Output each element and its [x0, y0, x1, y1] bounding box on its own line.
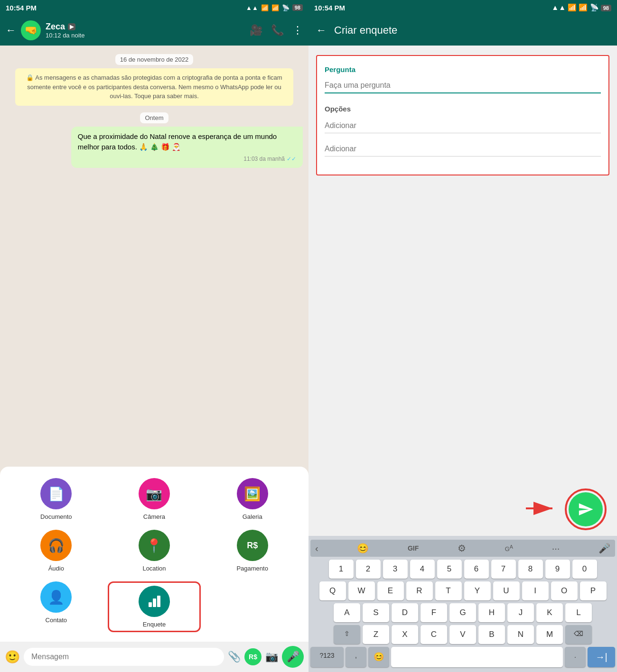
message-input[interactable]: [24, 648, 224, 666]
key-r[interactable]: R: [406, 581, 433, 600]
key-8[interactable]: 8: [518, 560, 543, 579]
key-a[interactable]: A: [334, 603, 360, 622]
key-e[interactable]: E: [377, 581, 404, 600]
key-s[interactable]: S: [363, 603, 389, 622]
key-h[interactable]: H: [478, 603, 505, 622]
documento-label: Documento: [40, 513, 72, 520]
more-options-icon[interactable]: ⋮: [292, 24, 303, 37]
keyboard-number-row: 1 2 3 4 5 6 7 8 9 0: [310, 560, 615, 579]
option-2-input[interactable]: [325, 142, 601, 156]
bottom-emoji-key[interactable]: 😊: [368, 647, 389, 667]
key-2[interactable]: 2: [356, 560, 381, 579]
key-w[interactable]: W: [348, 581, 375, 600]
contact-name: Zeca ▶: [46, 22, 245, 32]
keyboard-settings-icon[interactable]: ⚙: [458, 543, 466, 554]
key-m[interactable]: M: [536, 625, 563, 644]
attach-documento[interactable]: 📄 Documento: [9, 478, 103, 520]
key-g[interactable]: G: [449, 603, 476, 622]
keyboard-back-icon[interactable]: ‹: [315, 543, 318, 554]
attach-contato[interactable]: 👤 Contato: [9, 581, 103, 632]
key-z[interactable]: Z: [363, 625, 389, 644]
key-b[interactable]: B: [478, 625, 505, 644]
mic-button[interactable]: 🎤: [282, 646, 304, 668]
poll-title: Criar enquete: [334, 24, 397, 37]
left-status-bar: 10:54 PM ▲▲ 📶 📶 📡 98: [0, 0, 308, 15]
back-button[interactable]: ←: [6, 24, 16, 37]
location-label: Location: [142, 565, 166, 572]
attach-location[interactable]: 📍 Location: [108, 530, 201, 572]
key-5[interactable]: 5: [437, 560, 462, 579]
comma-key[interactable]: ,: [346, 647, 366, 667]
payment-button[interactable]: R$: [244, 648, 262, 665]
poll-back-button[interactable]: ←: [316, 24, 327, 37]
pagamento-label: Pagamento: [236, 565, 268, 572]
phone-call-icon[interactable]: 📞: [271, 24, 284, 37]
attach-galeria[interactable]: 🖼️ Galeria: [206, 478, 299, 520]
key-9[interactable]: 9: [545, 560, 570, 579]
shift-key[interactable]: ⇧: [334, 625, 360, 644]
key-y[interactable]: Y: [464, 581, 491, 600]
key-n[interactable]: N: [507, 625, 534, 644]
keyboard-mic-icon[interactable]: 🎤: [598, 543, 610, 554]
key-l[interactable]: L: [565, 603, 592, 622]
keyboard-gif-button[interactable]: GIF: [408, 544, 419, 552]
video-call-icon[interactable]: 🎥: [250, 24, 262, 37]
key-6[interactable]: 6: [464, 560, 489, 579]
galeria-label: Galeria: [243, 513, 262, 520]
read-receipt: ✓✓: [287, 155, 296, 163]
keyboard-more-icon[interactable]: ···: [552, 543, 560, 554]
attachment-menu: 📄 Documento 📷 Câmera 🖼️ Galeria 🎧 Áudio …: [0, 467, 308, 642]
svg-rect-1: [153, 598, 156, 607]
arrow-indicator: [522, 497, 560, 522]
key-1[interactable]: 1: [329, 560, 354, 579]
attach-camera[interactable]: 📷 Câmera: [108, 478, 201, 520]
key-u[interactable]: U: [493, 581, 520, 600]
chat-info: Zeca ▶ 10:12 da noite: [46, 22, 245, 39]
space-key[interactable]: [391, 647, 563, 667]
message-bubble: Que a proximidade do Natal renove a espe…: [6, 127, 303, 168]
security-notice[interactable]: 🔒 As mensagens e as chamadas são protegi…: [15, 68, 293, 106]
num-switch-key[interactable]: ?123: [310, 647, 344, 667]
attach-pagamento[interactable]: R$ Pagamento: [206, 530, 299, 572]
send-button[interactable]: [569, 492, 603, 526]
attach-enquete[interactable]: Enquete: [108, 581, 201, 632]
option-1-input[interactable]: [325, 119, 601, 133]
key-f[interactable]: F: [421, 603, 447, 622]
key-7[interactable]: 7: [491, 560, 516, 579]
key-d[interactable]: D: [392, 603, 418, 622]
key-p[interactable]: P: [580, 581, 607, 600]
backspace-key[interactable]: ⌫: [565, 625, 592, 644]
emoji-button[interactable]: 🙂: [5, 650, 20, 664]
attach-audio[interactable]: 🎧 Áudio: [9, 530, 103, 572]
camera-button[interactable]: 📷: [265, 651, 278, 663]
key-j[interactable]: J: [507, 603, 534, 622]
key-x[interactable]: X: [392, 625, 418, 644]
period-key[interactable]: .: [565, 647, 586, 667]
key-v[interactable]: V: [449, 625, 476, 644]
bubble-time: 11:03 da manhã: [243, 155, 285, 163]
key-o[interactable]: O: [551, 581, 578, 600]
question-label: Pergunta: [325, 65, 601, 74]
key-i[interactable]: I: [522, 581, 549, 600]
key-k[interactable]: K: [536, 603, 563, 622]
enquete-icon: [139, 586, 170, 617]
attach-button[interactable]: 📎: [228, 651, 241, 663]
keyboard: ‹ 😊 GIF ⚙ GA ··· 🎤 1 2 3 4 5 6 7 8 9 0 Q…: [308, 536, 617, 672]
keyboard-emoji-icon[interactable]: 😊: [357, 543, 369, 554]
empty-slot: [206, 581, 299, 632]
camera-label: Câmera: [143, 513, 165, 520]
keyboard-qwerty-row: Q W E R T Y U I O P: [310, 581, 615, 600]
key-4[interactable]: 4: [410, 560, 435, 579]
enter-key[interactable]: →|: [588, 647, 615, 667]
key-0[interactable]: 0: [572, 560, 597, 579]
key-t[interactable]: T: [435, 581, 462, 600]
key-3[interactable]: 3: [383, 560, 408, 579]
chat-time: 10:12 da noite: [46, 32, 245, 39]
keyboard-translate-icon[interactable]: GA: [505, 544, 513, 552]
send-button-wrapper: [569, 492, 603, 526]
key-c[interactable]: C: [421, 625, 447, 644]
poll-card: Pergunta Opções: [316, 55, 609, 175]
key-q[interactable]: Q: [319, 581, 346, 600]
question-input[interactable]: [325, 78, 601, 93]
chat-header: ← 🤜 Zeca ▶ 10:12 da noite 🎥 📞 ⋮: [0, 15, 308, 46]
